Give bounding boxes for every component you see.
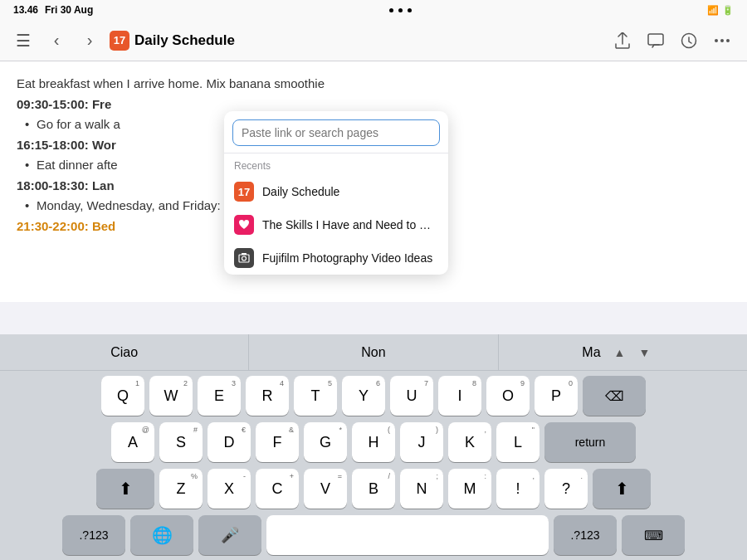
autocorrect-bar: Ciao Non Ma ▲ ▼ bbox=[0, 334, 747, 371]
recent-item-text-2: The Skills I Have and Need to Build for … bbox=[262, 218, 438, 231]
battery-icon: 🔋 bbox=[722, 5, 734, 16]
keyboard-key[interactable]: ⌨ bbox=[622, 515, 685, 555]
content-area: Eat breakfast when I arrive home. Mix ba… bbox=[0, 61, 747, 302]
key-N[interactable]: ;N bbox=[400, 469, 443, 509]
recent-item-text-1: Daily Schedule bbox=[262, 185, 339, 198]
wifi-icon: 📶 bbox=[707, 5, 719, 16]
recent-item-1[interactable]: 17 Daily Schedule bbox=[224, 175, 448, 208]
key-J[interactable]: )J bbox=[400, 422, 443, 462]
key-U[interactable]: 7U bbox=[390, 376, 433, 416]
svg-point-3 bbox=[242, 256, 247, 261]
key-D[interactable]: €D bbox=[208, 422, 251, 462]
autocorrect-center[interactable]: Non bbox=[249, 334, 498, 370]
search-dropdown: Recents 17 Daily Schedule The Skills I H… bbox=[224, 111, 448, 275]
date: Fri 30 Aug bbox=[45, 4, 93, 16]
key-row-1: 1Q 2W 3E 4R 5T 6Y 7U 8I 9O 0P ⌫ bbox=[3, 376, 744, 416]
key-O[interactable]: 9O bbox=[486, 376, 530, 416]
key-Q[interactable]: 1Q bbox=[101, 376, 144, 416]
key-E[interactable]: 3E bbox=[198, 376, 241, 416]
forward-button[interactable]: › bbox=[76, 27, 103, 54]
nav-actions bbox=[608, 26, 737, 56]
status-right: 📶 🔋 bbox=[707, 5, 734, 16]
recent-item-2[interactable]: The Skills I Have and Need to Build for … bbox=[224, 208, 448, 241]
dot-2 bbox=[398, 8, 403, 12]
delete-key[interactable]: ⌫ bbox=[583, 376, 646, 416]
share-button[interactable] bbox=[608, 26, 637, 56]
key-H[interactable]: (H bbox=[352, 422, 395, 462]
nav-bar: ☰ ‹ › 17 Daily Schedule bbox=[0, 20, 747, 61]
key-I[interactable]: 8I bbox=[438, 376, 481, 416]
key-A[interactable]: @A bbox=[111, 422, 154, 462]
keyboard-rows: 1Q 2W 3E 4R 5T 6Y 7U 8I 9O 0P ⌫ @A #S €D… bbox=[0, 371, 747, 560]
time: 13.46 bbox=[13, 4, 38, 16]
key-B[interactable]: /B bbox=[352, 469, 395, 509]
more-button[interactable] bbox=[707, 26, 737, 56]
key-G[interactable]: *G bbox=[304, 422, 347, 462]
chevron-up[interactable]: ▲ bbox=[611, 344, 629, 361]
key-row-3: ⬆ %Z -X +C =V /B ;N :M ,! .? ⬆ bbox=[3, 469, 744, 509]
dot-3 bbox=[408, 8, 412, 12]
shift-right-key[interactable]: ⬆ bbox=[593, 469, 651, 509]
key-T[interactable]: 5T bbox=[294, 376, 337, 416]
num-left-key[interactable]: .?123 bbox=[62, 515, 125, 555]
svg-rect-0 bbox=[648, 34, 663, 45]
key-R[interactable]: 4R bbox=[246, 376, 289, 416]
history-button[interactable] bbox=[674, 26, 704, 56]
key-Y[interactable]: 6Y bbox=[342, 376, 385, 416]
recent-item-text-3: Fujifilm Photography Video Ideas bbox=[262, 251, 432, 265]
key-Z[interactable]: %Z bbox=[159, 469, 203, 509]
nav-title: 17 Daily Schedule bbox=[110, 31, 601, 51]
content-line-1: Eat breakfast when I arrive home. Mix ba… bbox=[17, 75, 730, 94]
key-exclamation[interactable]: ,! bbox=[496, 469, 540, 509]
chevrons: ▲ ▼ bbox=[601, 334, 664, 370]
keyboard-container: Ciao Non Ma ▲ ▼ 1Q 2W 3E 4R 5T 6Y 7U 8I … bbox=[0, 334, 747, 560]
recent-icon-3 bbox=[234, 248, 254, 268]
back-button[interactable]: ‹ bbox=[43, 27, 70, 54]
key-row-2: @A #S €D &F *G (H )J ,K "L return bbox=[3, 422, 744, 462]
dot-icon bbox=[720, 39, 724, 42]
key-K[interactable]: ,K bbox=[448, 422, 491, 462]
key-question[interactable]: .? bbox=[544, 469, 588, 509]
recents-label: Recents bbox=[224, 153, 448, 175]
space-bar[interactable] bbox=[266, 515, 549, 555]
key-W[interactable]: 2W bbox=[149, 376, 193, 416]
key-F[interactable]: &F bbox=[256, 422, 299, 462]
shift-left-key[interactable]: ⬆ bbox=[96, 469, 154, 509]
status-bar: 13.46 Fri 30 Aug 📶 🔋 bbox=[0, 0, 747, 20]
autocorrect-right: Ma ▲ ▼ bbox=[499, 334, 747, 370]
svg-rect-2 bbox=[239, 255, 249, 262]
chevron-down[interactable]: ▼ bbox=[635, 344, 653, 361]
mic-key[interactable]: 🎤 bbox=[198, 515, 261, 555]
key-M[interactable]: :M bbox=[448, 469, 491, 509]
dot-icon bbox=[715, 39, 718, 42]
key-X[interactable]: -X bbox=[208, 469, 251, 509]
key-row-4: .?123 🌐 🎤 .?123 ⌨ bbox=[3, 515, 744, 555]
recent-item-3[interactable]: Fujifilm Photography Video Ideas bbox=[224, 241, 448, 275]
recent-icon-1: 17 bbox=[234, 182, 254, 202]
dot-1 bbox=[389, 8, 393, 12]
autocorrect-left[interactable]: Ciao bbox=[0, 334, 249, 370]
num-right-key[interactable]: .?123 bbox=[554, 515, 617, 555]
emoji-key[interactable]: 🌐 bbox=[130, 515, 193, 555]
svg-rect-4 bbox=[242, 253, 247, 255]
recent-icon-2 bbox=[234, 215, 254, 235]
key-V[interactable]: =V bbox=[304, 469, 347, 509]
dot-icon bbox=[726, 39, 730, 42]
key-P[interactable]: 0P bbox=[535, 376, 578, 416]
search-input-container[interactable] bbox=[224, 111, 448, 153]
key-S[interactable]: #S bbox=[159, 422, 203, 462]
return-key[interactable]: return bbox=[544, 422, 636, 462]
menu-button[interactable]: ☰ bbox=[10, 27, 37, 54]
autocorrect-right-text[interactable]: Ma bbox=[582, 345, 600, 360]
page-icon: 17 bbox=[110, 31, 129, 51]
key-C[interactable]: +C bbox=[256, 469, 299, 509]
page-title: Daily Schedule bbox=[134, 32, 235, 49]
key-L[interactable]: "L bbox=[496, 422, 540, 462]
comment-button[interactable] bbox=[641, 26, 671, 56]
search-input[interactable] bbox=[232, 119, 440, 146]
